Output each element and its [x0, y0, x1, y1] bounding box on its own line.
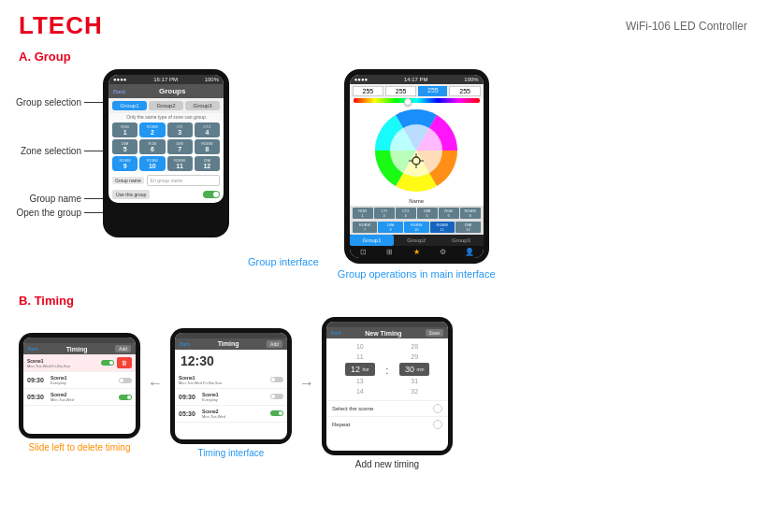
section-b: B. Timing Back Timing Add Scene1 M	[0, 290, 766, 469]
bz-8: RGBW8	[460, 208, 481, 219]
bz-6: RGB6	[439, 208, 459, 219]
zone-cell-8[interactable]: RGBW8	[195, 139, 220, 154]
repeat-row: Repeat	[326, 416, 448, 432]
color-wheel-svg[interactable]	[369, 108, 463, 193]
slide-delete-caption: Slide left to delete timing	[29, 442, 131, 453]
time-picker: 10 11 12 hor 13 14 : 28 29 30 min 31	[326, 338, 448, 400]
bz-3: CTI3	[374, 208, 395, 219]
bz-1: RGB1	[353, 208, 373, 219]
timing-row2: 09:30 Scene1 Everyday	[23, 372, 136, 389]
group-interface-area: Group selection Zone selection Group nam…	[19, 69, 229, 237]
scene-radio[interactable]	[433, 404, 442, 413]
zone-cell-2[interactable]: RGBW2	[139, 122, 165, 137]
timing-phone3: Back New Timing Save 10 11 12 hor 13 14	[322, 317, 453, 455]
zone-cell-3[interactable]: CTI3	[167, 122, 193, 137]
person-icon[interactable]: 👤	[456, 248, 484, 256]
timing-back1[interactable]: Back	[28, 346, 38, 352]
big-time: 12:30	[175, 350, 287, 372]
select-scene-row: Select the scene	[326, 400, 448, 416]
zone-selection-label: Zone selection	[21, 146, 81, 156]
group-tab-3[interactable]: Group3	[185, 101, 220, 110]
bz-7: RGBW7	[353, 222, 378, 233]
hue-slider[interactable]	[354, 98, 480, 103]
zone-cell-11[interactable]: RGBW11	[167, 156, 193, 171]
bz-10: RGBW10	[404, 222, 429, 233]
zone-cell-5[interactable]: DIM5	[112, 139, 137, 154]
timing-back2[interactable]: Back	[180, 341, 190, 347]
group-name-input[interactable]: En group name	[147, 175, 220, 186]
group-tab-1[interactable]: Group1	[112, 101, 147, 110]
timing-phone1-area: Back Timing Add Scene1 Mon,Tue,Wed,Fri,S…	[19, 333, 140, 453]
zone-cell-1[interactable]: RGB1	[112, 122, 137, 137]
group-ops-area: ●●●● 14:17 PM 100% 255 255 255 255	[338, 69, 496, 284]
time-separator: :	[386, 366, 389, 376]
timing-toggle2[interactable]	[119, 378, 132, 383]
timing-interface-caption: Timing interface	[198, 448, 265, 458]
timing2-toggle1[interactable]	[270, 377, 283, 382]
device-icon[interactable]: ⊡	[350, 248, 377, 256]
arrow-right-icon: →	[299, 375, 314, 392]
bz-5: DIM5	[417, 208, 438, 219]
star-icon[interactable]: ★	[403, 248, 430, 256]
repeat-radio[interactable]	[433, 420, 442, 429]
delete-button[interactable]: 🗑	[117, 357, 132, 368]
timing-save3[interactable]: Save	[426, 329, 443, 337]
zone-cell-4[interactable]: CT24	[195, 122, 220, 137]
bottom-tab-1[interactable]: Group1	[350, 235, 395, 246]
add-new-caption: Add new timing	[355, 459, 419, 469]
timing-phone3-area: Back New Timing Save 10 11 12 hor 13 14	[322, 317, 453, 469]
timing-add1[interactable]: Add	[115, 345, 131, 352]
group-ops-phone: ●●●● 14:17 PM 100% 255 255 255 255	[344, 69, 489, 264]
zone-selection-annotation: Zone selection	[21, 146, 103, 156]
group-tab-2[interactable]: Group2	[149, 101, 183, 110]
bottom-zone-grid2: RGBW7 DIM9 RGBW10 RGBW11 DIM12	[350, 221, 484, 235]
group-interface-caption: Group interface	[248, 252, 319, 269]
bz-9: DIM9	[378, 222, 403, 233]
timing-phone1: Back Timing Add Scene1 Mon,Tue,Wed,Fri,S…	[19, 333, 140, 439]
group-selection-annotation: Group selection	[16, 97, 103, 108]
rgba-row: 255 255 255 255	[350, 84, 484, 98]
use-group-button[interactable]: Use this group	[112, 190, 150, 199]
group-name-row: Group name En group name	[108, 173, 224, 188]
timing-phones-row: Back Timing Add Scene1 Mon,Tue,Wed,Fri,S…	[19, 317, 747, 469]
section-b-label: B. Timing	[19, 290, 747, 311]
timing-add2[interactable]: Add	[267, 340, 282, 348]
timing-nav1: Back Timing Add	[23, 343, 136, 354]
group-name-field-label: Group name	[112, 177, 144, 184]
rgba-g: 255	[385, 86, 416, 96]
timing-row3: 05:30 Scene2 Mon,Tue,Wed	[23, 389, 136, 406]
timing-screen1: Back Timing Add Scene1 Mon,Tue,Wed,Fri,S…	[23, 338, 136, 434]
grid-icon[interactable]: ⊞	[376, 248, 403, 256]
settings-icon[interactable]: ⚙	[429, 248, 456, 256]
timing-screen3: Back New Timing Save 10 11 12 hor 13 14	[326, 322, 448, 451]
group-selection-label: Group selection	[16, 97, 81, 108]
timing-phone2: Back Timing Add 12:30 Scene1 Mon,Tue,Wed…	[170, 328, 292, 444]
group-interface-phone: ●●●● 16:17 PM 100% Back Groups Group1 Gr…	[103, 69, 229, 237]
zone-cell-12[interactable]: DIM12	[195, 156, 220, 171]
bz-4: CT24	[396, 208, 416, 219]
timing-phone2-area: Back Timing Add 12:30 Scene1 Mon,Tue,Wed…	[170, 328, 292, 458]
timing2-toggle2[interactable]	[270, 394, 283, 399]
timing-nav3: Back New Timing Save	[326, 327, 448, 338]
use-group-row: Use this group	[108, 188, 224, 203]
zone-cell-9[interactable]: RGBW9	[112, 156, 137, 171]
bottom-tab-3[interactable]: Group3	[439, 235, 484, 246]
use-group-toggle[interactable]	[203, 191, 220, 198]
same-type-hint: Only the same type of zone can group	[108, 113, 224, 121]
zone-cell-10[interactable]: RGBW10	[139, 156, 165, 171]
timing-back3[interactable]: Back	[331, 330, 341, 336]
group-name-label-ann: Group name	[29, 194, 81, 204]
bottom-tab-2[interactable]: Group2	[394, 235, 439, 246]
device-title: WiFi-106 LED Controller	[626, 20, 747, 33]
phone1-group-tabs: Group1 Group2 Group3	[108, 98, 224, 113]
rgba-a: 255	[449, 86, 480, 96]
timing2-toggle3[interactable]	[270, 410, 283, 416]
zone-cell-7[interactable]: DIM7	[167, 139, 193, 154]
timing-title2: Timing	[218, 340, 239, 347]
timing-screen2: Back Timing Add 12:30 Scene1 Mon,Tue,Wed…	[175, 333, 287, 439]
rgba-r: 255	[353, 86, 383, 96]
timing-toggle3[interactable]	[119, 395, 132, 400]
zone-cell-6[interactable]: RGB6	[139, 139, 165, 154]
timing-toggle1[interactable]	[101, 360, 114, 366]
bottom-zone-grid: RGB1 CTI3 CT24 DIM5 RGB6 RGBW8	[350, 206, 484, 221]
